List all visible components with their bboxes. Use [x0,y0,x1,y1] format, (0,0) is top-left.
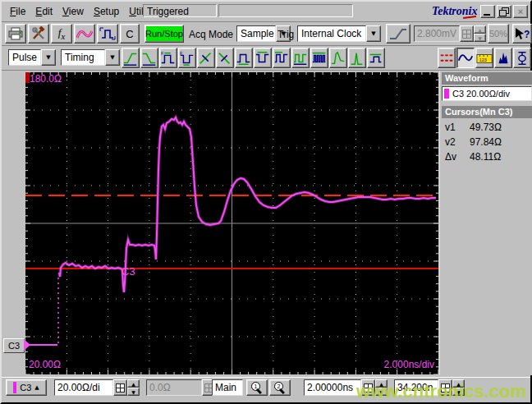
settle-top-button[interactable] [367,48,385,68]
close-button[interactable]: × [513,5,528,18]
main-toolbar: fx C Run/Stop Acq Mode Sample ▼ Trig [2,22,530,46]
channel-select-button[interactable]: C3 ▲ [6,379,47,396]
cursor-readout-dv: Δv 48.11Ω [445,151,532,163]
pulse-bracket-icon [99,27,116,40]
close-icon: × [518,7,523,16]
magnifier-2-icon: 2 [273,381,287,394]
peak-button[interactable] [348,48,366,68]
period-button[interactable] [273,48,291,68]
step-down-button[interactable]: ▼ [474,34,486,42]
duty-cycle-button[interactable] [291,48,310,68]
fall-time-icon [141,49,158,67]
trig-level-control: 2.800mV ▲ ▼ [414,25,486,42]
neg-pulse-icon [255,49,271,67]
pos-width-button[interactable]: F [159,48,177,68]
cursors-icon [438,49,455,67]
waveform-entry-label: C3 20.00Ω/div [452,89,510,99]
rise-cross-button[interactable] [197,48,215,68]
keypad-button[interactable] [113,379,127,396]
chevron-down-icon[interactable]: ▼ [366,25,381,42]
waveform-style-button[interactable] [74,24,95,44]
clear-label: C [126,28,133,40]
restore-button[interactable] [497,5,511,18]
cursor-readout-v2: v2 97.84Ω [445,136,532,148]
run-stop-label: Run/Stop [145,29,183,39]
channel-color-stripe [13,382,16,393]
neg-width-icon: F [179,49,195,67]
trig-label: Trig [277,29,294,40]
chevron-down-icon[interactable]: ▼ [41,49,56,66]
pos-pulse-icon [236,49,252,67]
pos-pulse-button[interactable] [235,48,253,68]
step-up-button[interactable]: ▲ [127,379,140,388]
zoom-2-button[interactable]: 2 [269,379,291,396]
trig-source-value: Internal Clock [297,25,366,42]
menu-setup[interactable]: Setup [89,5,124,18]
neg-pulse-button[interactable] [254,48,272,68]
period-icon [273,49,290,67]
set-50-percent-button[interactable]: 50% [488,24,509,44]
graticule [2,71,439,375]
zoom-1-button[interactable]: 1 [246,379,268,396]
context-help-button[interactable]: ? [512,24,532,44]
fall-cross-icon [217,49,233,67]
timebase-label: 2.000ns/div [384,359,434,370]
formula-button[interactable]: fx [51,24,72,44]
pos-overshoot-button[interactable] [329,48,347,68]
waveform-entry[interactable]: C3 20.00Ω/div [442,86,532,101]
view-select[interactable]: Main [212,379,243,396]
pos-width-icon: F [160,49,177,67]
eye-mask-button[interactable] [513,48,531,68]
vertical-offset-input[interactable]: 0.0Ω [146,379,202,396]
keypad-button[interactable] [460,25,474,42]
trig-level-input[interactable]: 2.800mV [414,25,460,42]
run-stop-button[interactable]: Run/Stop [144,25,184,43]
cursors-button[interactable] [438,48,456,68]
print-button[interactable] [5,24,26,44]
tektronix-logo: Tektronix [432,5,478,18]
menu-edit[interactable]: Edit [30,5,57,18]
tools-button[interactable] [28,24,49,44]
vertical-scale-stepper: ▲ ▼ [127,379,140,396]
window-controls: × [480,5,528,18]
minimize-icon [484,14,490,16]
channel-marker[interactable]: C3 [3,338,25,353]
minimize-button[interactable] [480,5,495,18]
timebase-input[interactable]: 2.00000ns [304,379,361,396]
vertical-top-label: 180.0Ω [30,73,62,85]
rise-time-button[interactable] [122,48,140,68]
vertical-bottom-label: 20.00Ω [29,359,61,370]
fall-cross-button[interactable] [216,48,234,68]
measurement-ruler-button[interactable]: 123 [475,48,493,68]
svg-text:123: 123 [479,57,487,62]
app-window: File Edit View Setup Utilities Help Trig… [0,0,532,404]
trig-source-select[interactable]: Internal Clock ▼ [297,25,381,42]
histogram-button[interactable] [494,48,512,68]
neg-width-button[interactable]: F [178,48,196,68]
readout-panel: Waveform C3 20.00Ω/div Cursors(Mn C3) v1… [439,71,532,375]
chevron-down-icon[interactable]: ▼ [105,49,120,66]
pos-overshoot-icon [330,49,346,67]
menu-file[interactable]: File [5,5,30,18]
measure-category-select[interactable]: Timing ▼ [61,49,120,66]
waveform-display-icon [457,49,474,67]
burst-button[interactable] [310,48,328,68]
clear-button[interactable]: C [120,24,140,44]
pulse-define-button[interactable] [97,24,118,44]
formula-icon: fx [58,26,65,41]
eye-mask-icon [514,49,530,67]
measure-class-select[interactable]: Pulse ▼ [8,49,56,66]
menu-view[interactable]: View [57,5,89,18]
waveform-display-button[interactable] [456,48,475,68]
measure-class-value: Pulse [8,49,41,66]
vertical-scale-input[interactable]: 20.00Ω/di [54,379,113,396]
tools-icon [31,26,46,41]
cursor-readout-v1: v1 49.73Ω [445,122,532,133]
step-up-button[interactable]: ▲ [474,25,486,34]
acq-mode-label: Acq Mode [189,29,233,40]
chevron-up-icon: ▲ [34,384,39,391]
step-down-button[interactable]: ▼ [127,388,140,396]
fall-time-button[interactable] [140,48,158,68]
trig-slope-button[interactable] [386,24,410,44]
trigger-status: Triggered [143,4,217,17]
